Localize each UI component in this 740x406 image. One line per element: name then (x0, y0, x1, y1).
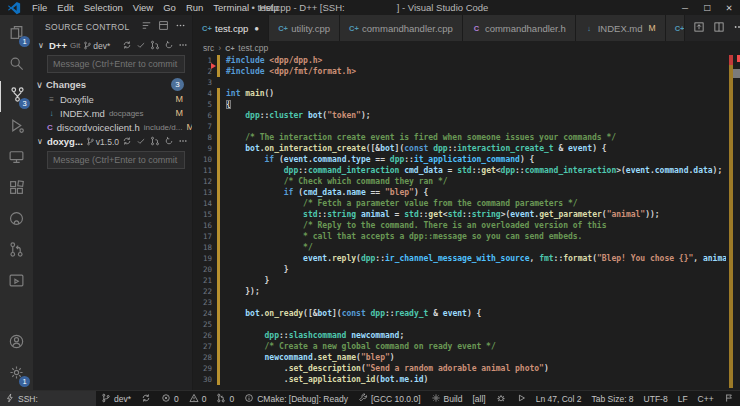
code-line[interactable]: 25 (193, 319, 726, 330)
status-encoding[interactable]: UTF-8 (639, 391, 673, 406)
code-editor[interactable]: 1#include <dpp/dpp.h>2#include <dpp/fmt/… (193, 55, 726, 390)
activity-settings[interactable]: 1 (0, 359, 33, 390)
status-indentation[interactable]: Tab Size: 8 (587, 391, 639, 406)
menu-file[interactable]: File (27, 2, 52, 13)
commit-message-input[interactable] (47, 151, 185, 169)
commit-message-input[interactable] (47, 55, 185, 73)
code-line[interactable]: 24 bot.on_ready([&bot](const dpp::ready_… (193, 308, 726, 319)
status-warnings[interactable]: 0 (184, 391, 212, 406)
tab-commandhandler-h[interactable]: C commandhandler.h (463, 15, 576, 41)
split-editor-icon[interactable] (713, 19, 725, 37)
repo-more-icon[interactable] (178, 40, 188, 52)
sync-icon[interactable] (122, 40, 132, 52)
refresh-icon[interactable] (164, 40, 174, 52)
repo-more-icon[interactable] (178, 136, 188, 148)
activity-run-and-debug[interactable] (0, 112, 33, 143)
status-cmake-build[interactable]: Build (426, 391, 468, 406)
activity-explorer[interactable]: 1 (0, 19, 33, 50)
code-line[interactable]: 2#include <dpp/fmt/format.h> (193, 66, 726, 77)
menu-terminal[interactable]: Terminal (208, 2, 254, 13)
minimize-button[interactable]: ─ (674, 3, 696, 13)
code-line[interactable]: 9 bot.on_interaction_create([&bot](const… (193, 143, 726, 154)
status-cursor-position[interactable]: Ln 47, Col 2 (531, 391, 587, 406)
code-line[interactable]: 5{ (193, 99, 726, 110)
code-line[interactable]: 16 /* Reply to the command. There is an … (193, 220, 726, 231)
tab-test-cpp[interactable]: C+ test.cpp ● (193, 15, 269, 41)
code-line[interactable]: 10 if (event.command.type == dpp::it_app… (193, 154, 726, 165)
breadcrumb[interactable]: src › C+ test.cpp (193, 41, 740, 55)
menu-selection[interactable]: Selection (79, 2, 128, 13)
activity-source-control[interactable]: 3 (0, 81, 33, 112)
code-line[interactable]: 19 event.reply(dpp::ir_channel_message_w… (193, 253, 726, 264)
code-line[interactable]: 8 /* The interaction create event is fir… (193, 132, 726, 143)
menu-edit[interactable]: Edit (52, 2, 78, 13)
breadcrumb-folder[interactable]: src (203, 43, 214, 53)
activity-github[interactable] (0, 205, 33, 236)
changes-section[interactable]: ∨ Changes 3 (33, 77, 192, 92)
code-line[interactable]: 30 .set_application_id(bot.me.id) (193, 374, 726, 385)
tab-sslclient[interactable]: C+ sslcli (666, 15, 685, 41)
tab-index-md[interactable]: ↓ INDEX.md M (576, 15, 666, 41)
unsaved-dot-icon[interactable]: ● (254, 24, 259, 33)
changed-file-doxyfile[interactable]: ≡ Doxyfile M (33, 92, 192, 106)
repo-row-dpp[interactable]: ∨ D++ Git dev* (33, 38, 192, 53)
status-cmake-launch[interactable] (511, 391, 531, 406)
breadcrumb-file[interactable]: test.cpp (238, 43, 268, 53)
code-line[interactable]: 13 if (cmd_data.name == "blep") { (193, 187, 726, 198)
layout-icon[interactable] (158, 20, 169, 33)
status-eol[interactable]: LF (673, 391, 693, 406)
status-git-branch[interactable]: dev* (96, 391, 136, 406)
overview-ruler[interactable] (726, 55, 740, 390)
status-sync-changes[interactable] (136, 391, 156, 406)
code-line[interactable]: 17 * call that accepts a dpp::message so… (193, 231, 726, 242)
status-errors[interactable]: 0 (156, 391, 184, 406)
commit-check-icon[interactable] (136, 40, 146, 52)
status-feedback[interactable] (719, 391, 739, 406)
code-line[interactable]: 4int main() (193, 88, 726, 99)
code-line[interactable]: 14 /* Fetch a parameter value from the c… (193, 198, 726, 209)
create-pr-icon[interactable] (150, 136, 160, 148)
status-language-mode[interactable]: C++ (693, 391, 719, 406)
tab-utility-cpp[interactable]: C+ utility.cpp (269, 15, 340, 41)
code-line[interactable]: 1#include <dpp/dpp.h> (193, 55, 726, 66)
changed-file-indexmd[interactable]: ↓ INDEX.md docpages M (33, 106, 192, 120)
status-cmake-debug[interactable] (491, 391, 511, 406)
run-task-icon[interactable] (693, 19, 705, 37)
changed-file-discordvoiceclient[interactable]: C discordvoiceclient.h include/d... M (33, 120, 192, 134)
maximize-button[interactable]: ☐ (696, 3, 718, 13)
code-line[interactable]: 11 dpp::command_interaction cmd_data = s… (193, 165, 726, 176)
menu-help[interactable]: Help (254, 2, 284, 13)
menu-run[interactable]: Run (181, 2, 208, 13)
code-line[interactable]: 12 /* Check which command they ran */ (193, 176, 726, 187)
code-line[interactable]: 15 std::string animal = std::get<std::st… (193, 209, 726, 220)
code-line[interactable]: 20 } (193, 264, 726, 275)
code-line[interactable]: 22 }); (193, 286, 726, 297)
scrollbar-thumb[interactable] (733, 69, 740, 78)
code-line[interactable]: 18 */ (193, 242, 726, 253)
status-cmake-status[interactable]: CMake: [Debug]: Ready (239, 391, 353, 406)
code-line[interactable]: 3 (193, 77, 726, 88)
menu-view[interactable]: View (128, 2, 158, 13)
activity-remote-explorer[interactable] (0, 143, 33, 174)
activity-accounts[interactable] (0, 328, 33, 359)
view-as-list-icon[interactable] (141, 20, 152, 33)
repo-row-doxygen[interactable]: ∨ doxyg... v1.5.0 (33, 134, 192, 149)
code-line[interactable]: 29 .set_description("Send a random adora… (193, 363, 726, 374)
activity-extensions[interactable] (0, 174, 33, 205)
code-line[interactable]: 26 dpp::slashcommand newcommand; (193, 330, 726, 341)
code-line[interactable]: 21 } (193, 275, 726, 286)
status-cmake-kit[interactable]: [GCC 10.0.0] (353, 391, 426, 406)
code-line[interactable]: 28 newcommand.set_name("blep") (193, 352, 726, 363)
chevron-down-icon[interactable]: ∨ (36, 137, 44, 146)
more-actions-icon[interactable] (175, 20, 186, 33)
status-remote-indicator[interactable]: SSH: (0, 391, 96, 406)
chevron-down-icon[interactable]: ∨ (36, 41, 46, 50)
chevron-down-icon[interactable]: ∨ (36, 79, 43, 90)
status-cmake-target[interactable]: [all] (467, 391, 490, 406)
menu-go[interactable]: Go (158, 2, 181, 13)
sync-icon[interactable] (122, 136, 132, 148)
tab-commandhandler-cpp[interactable]: C+ commandhandler.cpp (340, 15, 463, 41)
activity-live-preview[interactable] (0, 267, 33, 298)
code-line[interactable]: 6 dpp::cluster bot("token"); (193, 110, 726, 121)
status-pr-count[interactable]: 0 (211, 391, 239, 406)
